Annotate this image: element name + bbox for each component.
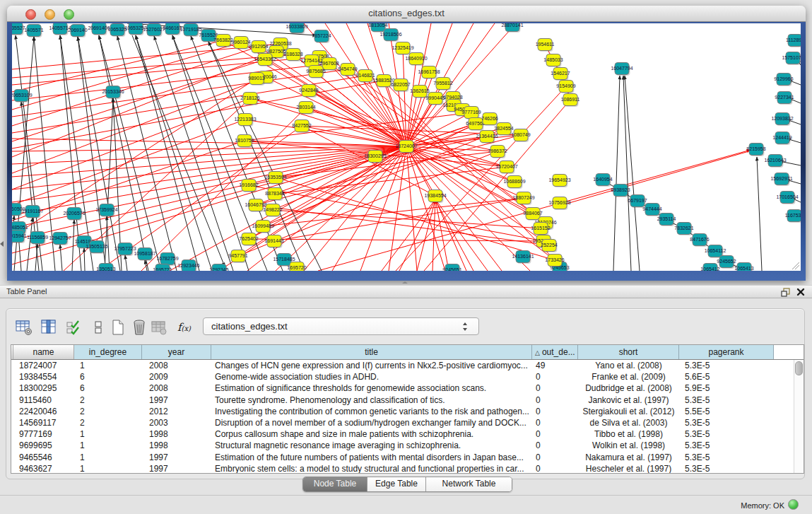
column-visibility-icon[interactable] bbox=[40, 318, 58, 337]
memory-status-indicator[interactable] bbox=[788, 499, 799, 510]
delete-rows-icon[interactable] bbox=[130, 318, 148, 337]
graph-node[interactable]: 8215958 bbox=[746, 144, 765, 157]
zoom-traffic-light[interactable] bbox=[64, 9, 74, 20]
graph-node[interactable]: 9960124 bbox=[231, 37, 250, 50]
collapse-left-arrow-icon[interactable] bbox=[0, 241, 4, 247]
graph-edge[interactable] bbox=[399, 199, 435, 271]
graph-edge[interactable] bbox=[274, 198, 524, 241]
graph-node[interactable]: 1954611 bbox=[536, 39, 555, 52]
graph-node[interactable]: 2069140 bbox=[68, 25, 87, 38]
graph-node[interactable]: 746266 bbox=[481, 113, 498, 127]
table-row[interactable]: 1872400712008Changes of HCN gene express… bbox=[11, 360, 804, 371]
graph-node[interactable]: 7955812 bbox=[433, 78, 452, 91]
graph-edge[interactable] bbox=[21, 102, 39, 271]
graph-edge[interactable] bbox=[275, 167, 507, 194]
graph-edge[interactable] bbox=[172, 35, 249, 271]
table-row[interactable]: 1830029562008Estimation of significance … bbox=[11, 382, 804, 394]
table-row[interactable]: 911546021997Tourette syndrome. Phenomeno… bbox=[11, 395, 804, 406]
graph-node[interactable]: 10958187 bbox=[134, 248, 155, 262]
function-builder-icon[interactable]: f(x) bbox=[177, 318, 196, 337]
resize-grip-icon[interactable] bbox=[790, 260, 800, 270]
graph-node[interactable]: 16961758 bbox=[418, 66, 440, 80]
graph-node[interactable]: 9242848 bbox=[299, 85, 318, 98]
tab-network-table[interactable]: Network Table bbox=[425, 477, 512, 491]
graph-node[interactable]: 7663822 bbox=[213, 35, 233, 48]
graph-node[interactable]: 8471676 bbox=[690, 234, 709, 247]
graph-node[interactable]: 2803144 bbox=[296, 102, 315, 115]
tab-node-table[interactable]: Node Table bbox=[303, 477, 367, 491]
column-header-in-degree[interactable]: in_degree bbox=[74, 345, 142, 359]
minimize-traffic-light[interactable] bbox=[45, 9, 55, 20]
graph-edge[interactable] bbox=[60, 245, 62, 271]
float-panel-icon[interactable] bbox=[780, 287, 791, 298]
close-panel-icon[interactable] bbox=[796, 287, 806, 297]
graph-node[interactable]: 20206576 bbox=[63, 208, 85, 221]
graph-node[interactable]: 2935114 bbox=[657, 214, 676, 227]
graph-node[interactable]: 28870141 bbox=[501, 23, 523, 33]
table-scrollbar-thumb[interactable] bbox=[795, 361, 803, 375]
form-view-icon[interactable] bbox=[89, 318, 107, 337]
graph-node[interactable]: 8454749 bbox=[338, 64, 357, 77]
graph-node[interactable]: 18807249 bbox=[512, 192, 534, 206]
column-header-title[interactable]: title bbox=[211, 345, 532, 359]
graph-node[interactable]: 8878344 bbox=[265, 188, 284, 201]
graph-edge[interactable] bbox=[72, 220, 74, 271]
graph-node[interactable]: 6822057 bbox=[391, 79, 410, 93]
graph-node[interactable]: 8912954 bbox=[249, 41, 268, 54]
graph-node[interactable]: 7832621 bbox=[674, 223, 693, 236]
graph-edge[interactable] bbox=[12, 139, 406, 146]
table-row[interactable]: 946362711997Embryonic stem cells: a mode… bbox=[11, 463, 804, 474]
graph-node[interactable]: 1695721 bbox=[153, 264, 172, 271]
graph-node[interactable]: 1086911 bbox=[561, 94, 580, 107]
graph-node[interactable]: 1485033 bbox=[543, 54, 563, 68]
graph-node[interactable]: 1691443 bbox=[264, 235, 283, 249]
graph-node[interactable]: 9474444 bbox=[642, 204, 661, 217]
graph-node[interactable]: 19654923 bbox=[548, 175, 570, 188]
graph-node[interactable]: 7625402 bbox=[239, 233, 258, 247]
graph-node[interactable]: 1733426 bbox=[545, 255, 564, 268]
graph-node[interactable]: 1065413 bbox=[734, 263, 753, 271]
graph-node[interactable]: 1695720 bbox=[287, 262, 306, 271]
graph-node[interactable]: 1244419 bbox=[772, 132, 792, 146]
graph-node[interactable]: 8938923 bbox=[611, 185, 630, 198]
graph-node[interactable]: 1916682 bbox=[239, 180, 258, 193]
graph-node[interactable]: 16353594 bbox=[264, 172, 286, 185]
table-settings-icon[interactable] bbox=[15, 318, 33, 337]
graph-edge[interactable] bbox=[154, 36, 233, 271]
graph-node[interactable]: 9457791 bbox=[228, 250, 247, 264]
graph-node[interactable]: 9875685 bbox=[306, 66, 325, 79]
citation-network-graph[interactable]: 2035527140557114055714206914020691406106… bbox=[12, 23, 801, 271]
graph-node[interactable]: 1065412 bbox=[700, 264, 719, 271]
graph-node[interactable]: 1640954 bbox=[593, 174, 612, 187]
graph-node[interactable]: 9245652 bbox=[717, 256, 736, 269]
graph-edge[interactable] bbox=[757, 157, 762, 271]
graph-node[interactable]: 17016504 bbox=[776, 192, 798, 205]
graph-node[interactable]: 12213383 bbox=[234, 114, 256, 127]
graph-edge[interactable] bbox=[12, 146, 406, 264]
graph-node[interactable]: 16033809 bbox=[286, 23, 307, 34]
graph-node[interactable]: 15751074 bbox=[782, 52, 801, 66]
graph-node[interactable]: 1546217 bbox=[551, 68, 570, 81]
graph-node[interactable]: 252254 bbox=[541, 240, 557, 253]
graph-node[interactable]: 15720407 bbox=[495, 161, 517, 175]
table-source-select[interactable]: citations_edges.txt bbox=[203, 317, 479, 335]
table-row[interactable]: 2242004622012Investigating the contribut… bbox=[11, 406, 804, 417]
graph-node[interactable]: 1167534 bbox=[785, 210, 801, 223]
graph-node[interactable]: 1405571 bbox=[24, 25, 43, 38]
column-header-pagerank[interactable]: pagerank bbox=[679, 345, 774, 359]
graph-node[interactable]: 16210643 bbox=[764, 155, 786, 168]
graph-node[interactable]: 1112891 bbox=[786, 35, 801, 48]
import-table-icon[interactable] bbox=[150, 318, 168, 337]
tab-edge-table[interactable]: Edge Table bbox=[367, 477, 425, 491]
graph-node[interactable]: 2718126 bbox=[240, 93, 259, 106]
graph-edge[interactable] bbox=[12, 64, 329, 100]
window-titlebar[interactable]: citations_edges.txt bbox=[7, 6, 806, 22]
graph-node[interactable]: 1810759 bbox=[235, 135, 254, 148]
table-row[interactable]: 1938455462009Genome-wide association stu… bbox=[11, 371, 804, 382]
table-row[interactable]: 977716911998Corpus callosum shape and si… bbox=[11, 428, 804, 440]
graph-node[interactable]: 10688609 bbox=[503, 176, 525, 189]
graph-node[interactable]: 9154909 bbox=[556, 81, 575, 94]
graph-node[interactable]: 10756928 bbox=[548, 197, 570, 211]
graph-node[interactable]: 1615152 bbox=[531, 223, 550, 236]
table-row[interactable]: 969969511998Structural magnetic resonanc… bbox=[11, 440, 804, 451]
